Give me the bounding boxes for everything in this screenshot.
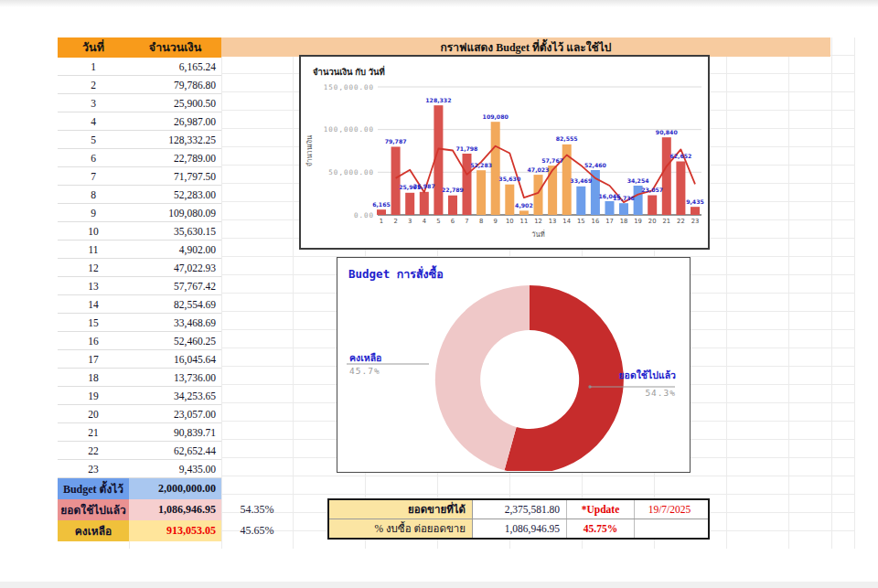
budget-table: วันที่ จำนวนเงิน 1 6,165.24 2 79,786.80 … — [58, 37, 293, 541]
amount-cell[interactable]: 33,468.69 — [129, 314, 221, 332]
sales-label-cell[interactable]: ยอดขายที่ได้ — [329, 500, 473, 519]
svg-text:9,435: 9,435 — [686, 198, 704, 205]
day-cell[interactable]: 18 — [58, 369, 129, 387]
summary-percent-cell[interactable]: 45.65% — [221, 520, 293, 541]
day-cell[interactable]: 21 — [58, 423, 129, 442]
day-cell[interactable]: 10 — [58, 222, 129, 241]
svg-text:62,652: 62,652 — [669, 153, 691, 159]
day-cell[interactable]: 1 — [58, 58, 129, 76]
day-cell[interactable]: 22 — [58, 442, 129, 460]
budget-ratio-value-cell[interactable]: 1,086,946.95 — [473, 519, 567, 538]
table-row: 11 4,902.00 — [58, 241, 293, 259]
amount-cell[interactable]: 4,902.00 — [129, 241, 221, 259]
amount-cell[interactable]: 22,789.00 — [129, 149, 221, 167]
day-cell[interactable]: 4 — [58, 112, 129, 131]
table-row: 5 128,332.25 — [58, 131, 293, 149]
table-row: 1 6,165.24 — [58, 58, 293, 76]
summary-label-cell[interactable]: ยอดใช้ไปแล้ว — [58, 499, 129, 520]
day-cell[interactable]: 8 — [58, 186, 129, 204]
amount-cell[interactable]: 25,900.50 — [129, 94, 221, 112]
day-cell[interactable]: 2 — [58, 76, 129, 94]
amount-cell[interactable]: 13,736.00 — [129, 369, 221, 387]
svg-text:79,787: 79,787 — [385, 138, 407, 144]
summary-row: คงเหลือ 913,053.05 45.65% — [58, 520, 293, 541]
day-cell[interactable]: 15 — [58, 314, 129, 332]
day-cell[interactable]: 19 — [58, 387, 129, 405]
summary-label-cell[interactable]: คงเหลือ — [58, 520, 129, 541]
summary-value-cell[interactable]: 2,000,000.00 — [129, 478, 221, 499]
table-row: 21 90,839.71 — [58, 423, 293, 442]
day-cell[interactable]: 13 — [58, 277, 129, 295]
amount-cell[interactable]: 82,554.69 — [129, 295, 221, 314]
table-row: 18 13,736.00 — [58, 369, 293, 387]
amount-cell[interactable]: 9,435.00 — [129, 460, 221, 478]
svg-text:14: 14 — [562, 218, 571, 225]
amount-cell[interactable]: 35,630.15 — [129, 222, 221, 241]
svg-text:4,902: 4,902 — [515, 202, 533, 208]
svg-text:วันที่: วันที่ — [531, 230, 544, 239]
summary-value-cell[interactable]: 913,053.05 — [129, 520, 221, 541]
day-cell[interactable]: 9 — [58, 204, 129, 222]
sales-value-cell[interactable]: 2,375,581.80 — [473, 500, 567, 519]
amount-cell[interactable]: 34,253.65 — [129, 387, 221, 405]
update-date-cell[interactable]: 19/7/2025 — [635, 500, 704, 519]
day-cell[interactable]: 11 — [58, 241, 129, 259]
svg-text:82,555: 82,555 — [556, 135, 578, 142]
table-body: 1 6,165.24 2 79,786.80 3 25,900.50 4 26,… — [58, 58, 293, 541]
chart-section-header: กราฟแสดง Budget ที่ตั้งไว้ และใช้ไป — [221, 37, 830, 57]
summary-label-cell[interactable]: Budget ตั้งไว้ — [58, 478, 129, 499]
header-cell-day[interactable]: วันที่ — [58, 37, 129, 58]
update-note-cell[interactable]: *Update — [567, 500, 635, 519]
svg-text:9: 9 — [494, 218, 498, 225]
summary-value-cell[interactable]: 1,086,946.95 — [129, 499, 221, 520]
table-row: 22 62,652.44 — [58, 442, 293, 460]
summary-percent-cell[interactable] — [221, 478, 293, 499]
day-cell[interactable]: 20 — [58, 405, 129, 423]
svg-text:50,000.00: 50,000.00 — [328, 168, 374, 176]
day-cell[interactable]: 6 — [58, 149, 129, 167]
svg-text:4: 4 — [423, 218, 426, 225]
day-cell[interactable]: 23 — [58, 460, 129, 478]
amount-cell[interactable]: 71,797.50 — [129, 167, 221, 186]
budget-ratio-pct-cell[interactable]: 45.75% — [567, 519, 635, 538]
amount-cell[interactable]: 109,080.09 — [129, 204, 221, 222]
svg-text:6,165: 6,165 — [372, 201, 391, 208]
day-cell[interactable]: 17 — [58, 350, 129, 369]
amount-cell[interactable]: 79,786.80 — [129, 76, 221, 94]
svg-text:5: 5 — [436, 218, 440, 225]
donut-pct-remaining: 45.7% — [349, 366, 380, 376]
amount-cell[interactable]: 52,460.25 — [129, 332, 221, 350]
amount-cell[interactable]: 52,283.00 — [129, 186, 221, 204]
empty-cell[interactable] — [635, 519, 704, 538]
amount-cell[interactable]: 23,057.00 — [129, 405, 221, 423]
svg-text:13: 13 — [549, 218, 557, 225]
amount-cell[interactable]: 47,022.93 — [129, 259, 221, 277]
svg-text:57,767: 57,767 — [541, 157, 563, 164]
svg-text:15: 15 — [577, 218, 585, 225]
amount-cell[interactable]: 90,839.71 — [129, 423, 221, 442]
day-cell[interactable]: 3 — [58, 94, 129, 112]
header-cell-amount[interactable]: จำนวนเงิน — [129, 37, 221, 58]
day-cell[interactable]: 14 — [58, 295, 129, 314]
svg-text:34,254: 34,254 — [627, 177, 650, 184]
day-cell[interactable]: 7 — [58, 167, 129, 186]
day-cell[interactable]: 16 — [58, 332, 129, 350]
svg-text:90,840: 90,840 — [656, 129, 679, 135]
sales-row: % งบซื้อ ต่อยอดขาย 1,086,946.95 45.75% — [329, 519, 708, 538]
table-row: 9 109,080.09 — [58, 204, 293, 222]
budget-donut-chart[interactable]: Budget การสั่งซื้อ คงเหลือ 45.7% ยอดใช้ไ… — [337, 257, 691, 473]
amount-cell[interactable]: 62,652.44 — [129, 442, 221, 460]
sales-summary-box: ยอดขายที่ได้ 2,375,581.80 *Update 19/7/2… — [327, 498, 710, 540]
amount-cell[interactable]: 16,045.64 — [129, 350, 221, 369]
day-cell[interactable]: 5 — [58, 131, 129, 149]
amount-cell[interactable]: 26,987.00 — [129, 112, 221, 131]
summary-percent-cell[interactable]: 54.35% — [221, 499, 293, 520]
amount-cell[interactable]: 57,767.42 — [129, 277, 221, 295]
amount-cell[interactable]: 6,165.24 — [129, 58, 221, 76]
budget-combo-chart[interactable]: จำนวนเงิน กับ วันที่ 150,000.00100,000.0… — [299, 55, 710, 250]
day-cell[interactable]: 12 — [58, 259, 129, 277]
table-row: 2 79,786.80 — [58, 76, 293, 94]
svg-text:35,630: 35,630 — [498, 176, 521, 182]
budget-ratio-label-cell[interactable]: % งบซื้อ ต่อยอดขาย — [329, 519, 473, 538]
amount-cell[interactable]: 128,332.25 — [129, 131, 221, 149]
